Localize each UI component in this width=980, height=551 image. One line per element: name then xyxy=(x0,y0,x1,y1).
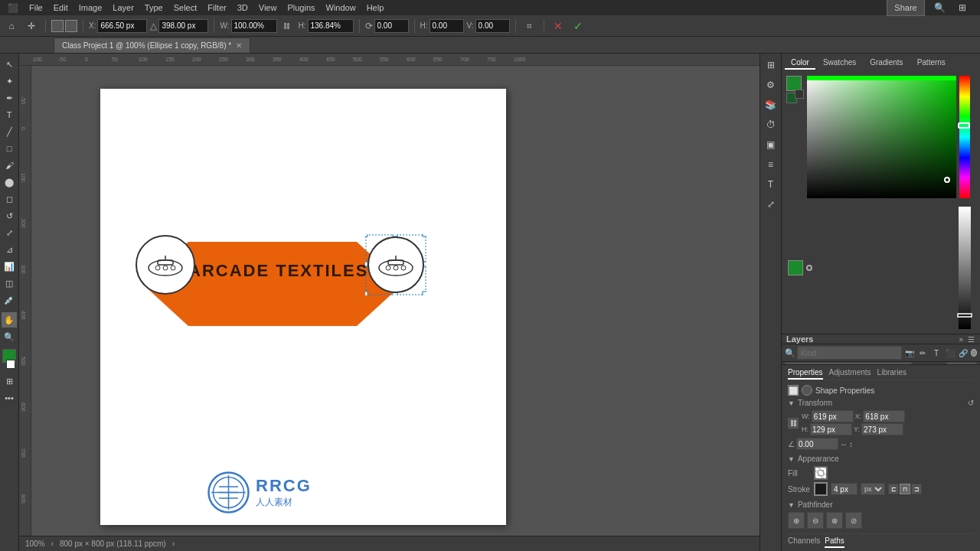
x-input[interactable] xyxy=(97,19,147,33)
line-tool[interactable]: ╱ xyxy=(2,124,17,139)
share-button[interactable]: Share xyxy=(887,0,925,16)
menu-help[interactable]: Help xyxy=(362,2,389,14)
warp-tool-left[interactable]: ⊿ xyxy=(2,242,17,257)
menu-plugins[interactable]: Plugins xyxy=(283,2,319,14)
properties-icon[interactable]: ⚙ xyxy=(763,77,779,93)
link-icon[interactable]: ⛓ xyxy=(279,18,296,34)
menu-type[interactable]: Type xyxy=(140,2,168,14)
scale-tool[interactable]: ⤢ xyxy=(2,225,17,240)
search-icon[interactable]: 🔍 xyxy=(931,0,948,16)
graph-tool[interactable]: 📊 xyxy=(2,259,17,274)
align-icon[interactable]: ≡ xyxy=(763,156,779,173)
transform-arrow[interactable]: ▼ xyxy=(788,399,795,407)
type-tool[interactable]: T xyxy=(2,107,17,122)
layers-expand-icon[interactable]: » xyxy=(959,335,963,344)
transform-mode-btn2[interactable] xyxy=(65,20,77,32)
spectrum-cursor[interactable] xyxy=(944,177,950,183)
menu-layer[interactable]: Layer xyxy=(108,2,139,14)
link-wh-icon[interactable]: ⛓ xyxy=(788,418,799,429)
rect-tool[interactable]: □ xyxy=(2,141,17,156)
stroke-color-swatch[interactable] xyxy=(6,360,15,369)
pen-tool[interactable]: ✒ xyxy=(2,90,17,106)
appearance-arrow[interactable]: ▼ xyxy=(788,455,795,463)
zoom-tool[interactable]: 🔍 xyxy=(2,329,17,344)
eyedropper-tool[interactable]: 💉 xyxy=(2,292,17,308)
canvas-area[interactable]: ARCADE TEXTILES xyxy=(31,66,760,536)
app-icon[interactable]: ⬛ xyxy=(3,2,23,15)
document-tab[interactable]: Class Project 1 @ 100% (Ellipse 1 copy, … xyxy=(54,37,250,53)
menu-image[interactable]: Image xyxy=(74,2,107,14)
pathfinder-arrow[interactable]: ▼ xyxy=(788,501,795,509)
stroke-unit-select[interactable]: px pt xyxy=(861,483,885,495)
layer-filter-icon5[interactable]: 🔗 xyxy=(958,344,970,361)
color-spectrum-area[interactable] xyxy=(807,76,956,202)
stroke-align-inside[interactable]: ⊏ xyxy=(888,484,899,494)
y-input[interactable] xyxy=(158,19,208,33)
swatches-tab[interactable]: Swatches xyxy=(817,57,862,70)
rotate-tool[interactable]: ↺ xyxy=(2,208,17,223)
window-icon[interactable]: ⊞ xyxy=(954,0,971,16)
hue-slider[interactable] xyxy=(959,76,970,198)
v-input[interactable] xyxy=(475,19,510,33)
fg-swatch-small[interactable] xyxy=(795,90,804,99)
transform-angle-input[interactable] xyxy=(796,438,838,450)
stroke-align-outside[interactable]: ⊐ xyxy=(911,484,922,494)
layer-filter-icon1[interactable]: 📷 xyxy=(903,344,916,361)
patterns-tab[interactable]: Patterns xyxy=(911,57,952,70)
channels-tab[interactable]: Channels xyxy=(788,536,820,548)
blob-brush-tool[interactable]: ⬤ xyxy=(2,174,17,190)
pathfinder-subtract[interactable]: ⊖ xyxy=(807,512,824,529)
libraries-icon[interactable]: 📚 xyxy=(763,96,779,113)
layer-filter-icon3[interactable]: T xyxy=(930,344,942,361)
menu-window[interactable]: Window xyxy=(322,2,361,14)
eraser-tool[interactable]: ◻ xyxy=(2,191,17,207)
black-white-gradient[interactable] xyxy=(959,207,971,329)
gradients-tab[interactable]: Gradients xyxy=(864,57,909,70)
layer-filter-toggle[interactable] xyxy=(971,349,977,357)
flip-h-icon[interactable]: ↔ xyxy=(840,440,848,448)
transform-mini-icon[interactable]: ⤢ xyxy=(763,196,779,213)
stroke-swatch-prop[interactable] xyxy=(814,482,828,496)
fill-swatch-prop[interactable] xyxy=(814,466,828,480)
transform-y-input[interactable] xyxy=(861,423,903,435)
transform-x-input[interactable] xyxy=(863,410,905,422)
hand-tool[interactable]: ✋ xyxy=(2,312,17,328)
more-tools[interactable]: ••• xyxy=(2,390,17,406)
history-icon[interactable]: ⏱ xyxy=(763,116,779,133)
pathfinder-intersect[interactable]: ⊗ xyxy=(826,512,843,529)
transform-mode-btn[interactable] xyxy=(51,20,64,32)
menu-3d[interactable]: 3D xyxy=(233,2,253,14)
cancel-icon[interactable]: ✕ xyxy=(550,18,567,34)
bw-slider-handle[interactable] xyxy=(957,313,972,318)
confirm-icon[interactable]: ✓ xyxy=(570,18,586,34)
h-shear-input[interactable] xyxy=(430,19,464,33)
h-input[interactable] xyxy=(308,19,354,33)
foreground-swatch[interactable] xyxy=(786,76,802,91)
gradient-tool[interactable]: ◫ xyxy=(2,276,17,291)
pathfinder-unite[interactable]: ⊕ xyxy=(788,512,805,529)
warp-icon[interactable]: ⌗ xyxy=(521,18,538,34)
menu-edit[interactable]: Edit xyxy=(49,2,73,14)
pathfinder-exclude[interactable]: ⊘ xyxy=(845,512,862,529)
artboard-tool[interactable]: ⊞ xyxy=(2,373,17,389)
home-icon[interactable]: ⌂ xyxy=(3,18,20,34)
none-swatch[interactable] xyxy=(806,265,812,271)
transform-w-input[interactable] xyxy=(812,410,854,422)
properties-tab[interactable]: Properties xyxy=(788,368,823,380)
layers-icon[interactable]: ⊞ xyxy=(763,57,779,73)
paths-tab[interactable]: Paths xyxy=(825,536,844,548)
layer-filter-icon2[interactable]: ✏ xyxy=(917,344,929,361)
w-input[interactable] xyxy=(231,19,277,33)
layer-filter-icon4[interactable]: ⬛ xyxy=(944,344,956,361)
color-tab[interactable]: Color xyxy=(785,57,815,70)
artboards-icon[interactable]: ▣ xyxy=(763,136,779,153)
tab-close-button[interactable]: ✕ xyxy=(236,41,242,50)
transform-reset-icon[interactable]: ↺ xyxy=(968,399,974,407)
stroke-width-input[interactable] xyxy=(831,483,858,495)
direct-selection-tool[interactable]: ✦ xyxy=(2,73,17,89)
paint-tool[interactable]: 🖌 xyxy=(2,158,17,173)
move-tool-icon[interactable]: ✛ xyxy=(23,18,40,34)
menu-file[interactable]: File xyxy=(24,2,47,14)
libraries-tab[interactable]: Libraries xyxy=(877,368,906,380)
transform-h-input[interactable] xyxy=(810,423,852,435)
